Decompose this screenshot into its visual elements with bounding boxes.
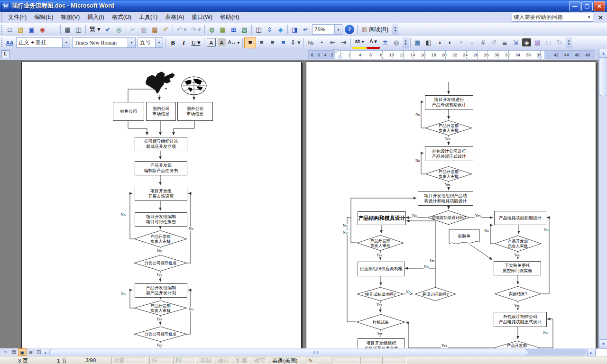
picture-color-button[interactable]: ◧ bbox=[423, 37, 434, 48]
chinese-convert-button[interactable]: 繁 ▾ bbox=[87, 24, 102, 35]
text-direction-button[interactable]: ⇕ bbox=[264, 24, 275, 35]
status-revision-toggle[interactable]: 修订 bbox=[216, 357, 231, 364]
spelling-grammar-button[interactable]: ✔ bbox=[102, 24, 113, 35]
scroll-left-icon[interactable]: ◄ bbox=[41, 349, 49, 356]
more-contrast-button[interactable]: ◑ bbox=[434, 37, 445, 48]
set-transparent-button[interactable]: ◻ bbox=[543, 37, 554, 48]
align-right-button[interactable]: ≡ bbox=[267, 37, 278, 48]
insert-table-button[interactable]: ⊞ bbox=[228, 24, 239, 35]
flow-node[interactable]: 项目开发组组织 小批试产技术文件 bbox=[358, 338, 405, 348]
first-line-indent-marker[interactable] bbox=[333, 50, 338, 53]
flow-node[interactable]: 外包设计制作公司 产品电路功能正式设计 bbox=[494, 312, 547, 327]
columns-button[interactable]: ◫ bbox=[253, 24, 264, 35]
less-brightness-button[interactable]: ◒ bbox=[467, 37, 478, 48]
flow-node[interactable]: 销售公司 bbox=[113, 102, 144, 121]
flow-node[interactable]: 项目开发组 开展市场调查 bbox=[135, 187, 187, 201]
flow-node[interactable]: 项目开发组编制 项目可行性报告 bbox=[135, 212, 187, 227]
world-map-image[interactable] bbox=[181, 76, 207, 95]
format-picture-button[interactable]: ▨ bbox=[532, 37, 543, 48]
restore-button[interactable]: ▢ bbox=[581, 1, 593, 11]
flow-decision[interactable]: 实验结果? bbox=[494, 286, 542, 301]
outline-view-button[interactable]: ≣ bbox=[27, 348, 35, 355]
status-extend-toggle[interactable]: 扩展 bbox=[234, 357, 249, 364]
toolbar-drag-handle[interactable] bbox=[1, 13, 2, 22]
undo-button[interactable]: ↶ ▾ bbox=[175, 24, 189, 35]
help-question-input[interactable] bbox=[512, 14, 585, 21]
style-combo[interactable]: 正文 + 悬挂 ▾ bbox=[16, 37, 70, 48]
char-border-button[interactable]: A bbox=[207, 38, 216, 47]
chevron-down-icon[interactable]: ▾ bbox=[128, 38, 135, 47]
crop-button[interactable]: # bbox=[478, 37, 488, 48]
char-scale-button[interactable]: A↔ ▾ bbox=[227, 37, 241, 48]
flow-decision[interactable]: 分管公司领导批准 bbox=[134, 255, 187, 271]
chevron-down-icon[interactable]: ▾ bbox=[155, 38, 163, 47]
flow-document-shape[interactable]: 实验单 bbox=[449, 229, 480, 247]
line-style-button[interactable]: ≣ bbox=[499, 37, 510, 48]
flow-node[interactable]: 项目开发组进行 产品外观初期设计 bbox=[425, 95, 473, 109]
chevron-down-icon[interactable]: ▾ bbox=[334, 25, 342, 34]
close-document-icon[interactable]: × bbox=[598, 14, 603, 21]
text-wrapping-button[interactable]: ◈ bbox=[522, 38, 531, 46]
menu-item[interactable]: 格式(O) bbox=[108, 12, 135, 23]
flow-decision[interactable]: 是设计问题吗? bbox=[414, 287, 456, 301]
status-language[interactable]: 英语(美国) bbox=[270, 357, 300, 364]
right-indent-marker[interactable] bbox=[537, 55, 542, 58]
flow-node[interactable]: 项目开发组组织产品结 构设计和电路功能设计 bbox=[418, 191, 473, 206]
increase-indent-button[interactable]: ⇥ bbox=[338, 37, 349, 48]
toolbar-options-icon[interactable]: ▾▾ bbox=[566, 37, 572, 48]
toolbar-drag-handle[interactable] bbox=[1, 25, 2, 34]
tab-selector[interactable]: L bbox=[1, 50, 9, 58]
web-layout-button[interactable]: ▤ bbox=[10, 348, 18, 355]
numbering-button[interactable]: № bbox=[305, 37, 316, 48]
underline-button[interactable]: U ▾ bbox=[189, 37, 202, 48]
insert-picture-button[interactable]: ▩ bbox=[412, 37, 423, 48]
flow-decision[interactable]: 模具试制成功吗? bbox=[357, 287, 404, 301]
copy-button[interactable]: ▥ bbox=[138, 24, 149, 35]
flow-node[interactable]: 产品开发组编制 新产品开发计划 bbox=[135, 283, 187, 298]
close-button[interactable]: × bbox=[594, 1, 605, 11]
format-painter-button[interactable]: ✐ bbox=[160, 24, 171, 35]
flow-decision[interactable]: 产品开发部 负责人审批 bbox=[357, 235, 404, 251]
reset-picture-button[interactable]: ↻ bbox=[554, 37, 565, 48]
toolbar-options-icon[interactable]: ▾▾ bbox=[403, 37, 409, 48]
menu-item[interactable]: 编辑(E) bbox=[30, 12, 57, 23]
char-shading-button[interactable]: A bbox=[218, 38, 226, 46]
menu-item[interactable]: 表格(A) bbox=[161, 12, 188, 23]
research-button[interactable]: ◎ bbox=[113, 24, 124, 35]
enclosed-char-button[interactable]: ◎ bbox=[391, 37, 402, 48]
cut-button[interactable]: ✂ bbox=[128, 24, 138, 35]
scroll-down-icon[interactable]: ▼ bbox=[599, 339, 607, 348]
document-area[interactable]: 销售公司 国内公司 市场信息 国外公司 市场信息 公司领导组织讨论 新成品开发立… bbox=[0, 60, 598, 348]
font-color-button[interactable]: A ▾ bbox=[367, 36, 380, 49]
flow-decision[interactable]: 产品开发部 负责人审批 bbox=[425, 166, 472, 182]
drawing-button[interactable]: ◆ bbox=[275, 24, 286, 35]
print-button[interactable]: ▦ bbox=[62, 24, 73, 35]
vertical-scrollbar[interactable]: ▲ ▼ bbox=[598, 49, 607, 348]
flow-node[interactable]: 国外公司 市场信息 bbox=[177, 102, 213, 121]
line-spacing-button[interactable]: ⇕ ▾ bbox=[289, 37, 302, 48]
styles-formatting-button[interactable]: AA bbox=[4, 37, 15, 48]
new-document-button[interactable]: □ bbox=[4, 24, 15, 35]
menu-item[interactable]: 窗口(W) bbox=[188, 12, 216, 23]
font-combo[interactable]: Times New Roman ▾ bbox=[72, 37, 136, 48]
status-overtype-toggle[interactable]: 改写 bbox=[252, 357, 267, 364]
flow-decision[interactable]: 是电路功能设计吗? bbox=[427, 210, 470, 225]
italic-button[interactable]: I bbox=[178, 37, 189, 48]
vertical-scrollbar-thumb[interactable] bbox=[599, 57, 607, 96]
flow-node[interactable]: 下实验单委托 质控部门做实验 bbox=[494, 261, 541, 275]
flow-decision[interactable]: 样机试装 bbox=[356, 314, 405, 330]
align-distribute-button[interactable]: ≡ bbox=[278, 37, 289, 48]
status-record-toggle[interactable]: 录制 bbox=[198, 357, 213, 364]
zoom-combo[interactable]: 75% ▾ bbox=[312, 24, 342, 35]
redo-button[interactable]: ↷ ▾ bbox=[189, 24, 203, 35]
china-map-image[interactable] bbox=[143, 71, 177, 95]
permission-button[interactable]: ◉ bbox=[37, 24, 48, 35]
phonetic-guide-button[interactable]: 文 bbox=[380, 37, 391, 48]
flow-node[interactable]: 公司领导组织讨论 新成品开发立项 bbox=[135, 137, 187, 151]
flow-node[interactable]: 外包设计公司进行 产品外观正式设计 bbox=[425, 146, 473, 161]
flow-decision[interactable]: 分管公司领导批准 bbox=[134, 327, 187, 342]
insert-excel-button[interactable]: ▧ bbox=[239, 24, 250, 35]
menu-item[interactable]: 插入(I) bbox=[83, 12, 108, 23]
highlight-button[interactable]: ab ▾ bbox=[352, 36, 367, 49]
menu-item[interactable]: 视图(V) bbox=[57, 12, 83, 23]
